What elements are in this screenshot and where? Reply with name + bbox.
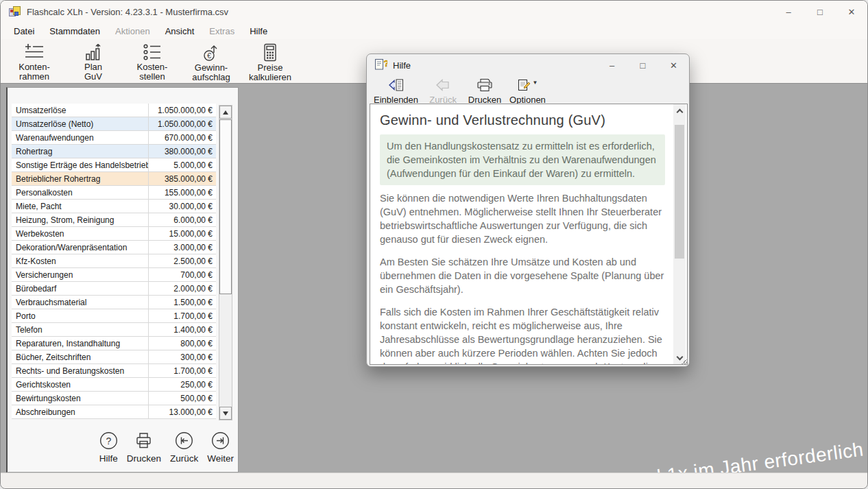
table-row[interactable]: Miete, Pacht 30.000,00 € — [12, 200, 216, 213]
resize-grip-icon[interactable] — [681, 358, 688, 365]
table-row[interactable]: Umsatzerlöse (Netto) 1.050.000,00 € — [12, 117, 216, 131]
account-value[interactable]: 30.000,00 € — [148, 200, 216, 213]
account-value[interactable]: 155.000,00 € — [148, 186, 216, 199]
account-value[interactable]: 670.000,00 € — [148, 131, 216, 144]
account-value[interactable]: 1.700,00 € — [148, 364, 216, 377]
table-row[interactable]: Telefon 1.400,00 € — [12, 323, 216, 337]
account-value[interactable]: 385.000,00 € — [148, 172, 216, 185]
menu-item[interactable]: Datei — [6, 24, 42, 38]
table-row[interactable]: Kfz-Kosten 2.500,00 € — [12, 254, 216, 268]
guv-panel: Umsatzerlöse 1.050.000,00 € Umsatzerlöse… — [6, 87, 239, 473]
drucken-button[interactable]: Drucken — [127, 431, 161, 464]
menu-item: Extras — [202, 24, 242, 38]
account-label: Rechts- und Beratungskosten — [12, 366, 148, 376]
preise-kalkulieren-button[interactable]: Preisekalkulieren — [241, 42, 300, 82]
table-row[interactable]: Verbrauchsmaterial 1.500,00 € — [12, 296, 216, 309]
account-value[interactable]: 800,00 € — [148, 337, 216, 350]
help-close-button[interactable]: ✕ — [658, 54, 689, 76]
table-row[interactable]: Betrieblicher Rohertrag 385.000,00 € — [12, 172, 216, 186]
kontenrahmen-button[interactable]: Konten-rahmen — [5, 42, 64, 82]
printer-icon — [477, 78, 493, 95]
menu-item[interactable]: Ansicht — [158, 24, 202, 38]
help-scrollbar[interactable] — [673, 104, 686, 364]
account-label: Sonstige Erträge des Handelsbetriebs — [12, 160, 148, 170]
account-value[interactable]: 15.000,00 € — [148, 227, 216, 240]
scrollbar-thumb[interactable] — [219, 119, 232, 294]
account-value[interactable]: 500,00 € — [148, 392, 216, 405]
window-controls: – □ ✕ — [773, 1, 867, 23]
account-value[interactable]: 5.000,00 € — [148, 158, 216, 171]
account-label: Werbekosten — [12, 229, 148, 239]
account-value[interactable]: 250,00 € — [148, 378, 216, 391]
table-row[interactable]: Sonstige Erträge des Handelsbetriebs 5.0… — [12, 158, 216, 172]
help-scrollbar-thumb[interactable] — [675, 125, 684, 259]
close-button[interactable]: ✕ — [836, 1, 867, 23]
scroll-up-button[interactable] — [219, 106, 232, 119]
account-value[interactable]: 1.050.000,00 € — [148, 104, 216, 117]
account-value[interactable]: 2.000,00 € — [148, 282, 216, 295]
scroll-down-button[interactable] — [219, 407, 232, 420]
optionen-button[interactable]: ▼ Optionen — [507, 77, 548, 106]
help-dialog: ? Hilfe – □ ✕ Einblenden — [366, 53, 690, 367]
einblenden-button[interactable]: Einblenden — [371, 77, 421, 106]
help-dialog-titlebar[interactable]: ? Hilfe – □ ✕ — [367, 54, 689, 76]
button-label: Drucken — [127, 453, 161, 464]
account-label: Kfz-Kosten — [12, 257, 148, 266]
dropdown-caret-icon: ▼ — [532, 80, 538, 86]
account-label: Verbrauchsmaterial — [12, 298, 148, 307]
help-minimize-button[interactable]: – — [596, 54, 627, 76]
table-row[interactable]: Reparaturen, Instandhaltung 800,00 € — [12, 337, 216, 350]
table-row[interactable]: Rohertrag 380.000,00 € — [12, 145, 216, 158]
minimize-button[interactable]: – — [773, 1, 804, 23]
account-label: Bewirtungskosten — [12, 394, 148, 403]
scroll-up-chevron[interactable] — [673, 104, 686, 117]
table-row[interactable]: Bewirtungskosten 500,00 € — [12, 392, 216, 405]
account-value[interactable]: 1.500,00 € — [148, 296, 216, 309]
chart-of-accounts-icon — [24, 43, 45, 61]
account-value[interactable]: 1.400,00 € — [148, 323, 216, 336]
table-row[interactable]: Abschreibungen 13.000,00 € — [12, 405, 216, 419]
help-dialog-title: Hilfe — [393, 60, 411, 71]
account-value[interactable]: 380.000,00 € — [148, 145, 216, 158]
gewinnaufschlag-button[interactable]: € Gewinn-aufschlag — [182, 42, 241, 82]
plan-guv-button[interactable]: PlanGuV — [64, 42, 123, 82]
table-row[interactable]: Dekoration/Warenpräsentation 3.000,00 € — [12, 241, 216, 254]
table-row[interactable]: Umsatzerlöse 1.050.000,00 € — [12, 104, 216, 117]
table-row[interactable]: Heizung, Strom, Reinigung 6.000,00 € — [12, 213, 216, 227]
calculator-icon — [262, 43, 278, 62]
table-row[interactable]: Bürobedarf 2.000,00 € — [12, 282, 216, 296]
table-row[interactable]: Versicherungen 700,00 € — [12, 268, 216, 282]
account-value[interactable]: 13.000,00 € — [148, 405, 216, 418]
help-paragraph: Am Besten Sie schätzen Ihre Umsätze und … — [380, 255, 665, 296]
account-value[interactable]: 3.000,00 € — [148, 241, 216, 254]
account-label: Bücher, Zeitschriften — [12, 353, 148, 362]
help-drucken-button[interactable]: Drucken — [465, 77, 505, 106]
account-value[interactable]: 6.000,00 € — [148, 213, 216, 226]
table-row[interactable]: Warenaufwendungen 670.000,00 € — [12, 131, 216, 145]
account-label: Versicherungen — [12, 270, 148, 280]
triangle-down-icon — [223, 412, 228, 416]
account-value[interactable]: 300,00 € — [148, 350, 216, 363]
account-value[interactable]: 1.050.000,00 € — [148, 117, 216, 130]
bar-chart-icon — [84, 43, 102, 61]
table-row[interactable]: Porto 1.700,00 € — [12, 309, 216, 323]
weiter-button[interactable]: Weiter — [207, 431, 234, 464]
help-maximize-button[interactable]: □ — [627, 54, 658, 76]
zurueck-button[interactable]: Zurück — [170, 431, 198, 464]
table-scrollbar[interactable] — [219, 105, 232, 420]
hilfe-button[interactable]: ? Hilfe — [99, 431, 118, 464]
maximize-button[interactable]: □ — [804, 1, 836, 23]
show-panel-icon — [388, 78, 405, 95]
table-row[interactable]: Gerichtskosten 250,00 € — [12, 378, 216, 392]
account-value[interactable]: 1.700,00 € — [148, 309, 216, 322]
table-row[interactable]: Personalkosten 155.000,00 € — [12, 186, 216, 200]
menu-item[interactable]: Hilfe — [242, 24, 275, 38]
kostenstellen-button[interactable]: Kosten-stellen — [123, 42, 182, 82]
table-row[interactable]: Rechts- und Beratungskosten 1.700,00 € — [12, 364, 216, 378]
account-value[interactable]: 2.500,00 € — [148, 254, 216, 267]
account-value[interactable]: 700,00 € — [148, 268, 216, 281]
table-row[interactable]: Bücher, Zeitschriften 300,00 € — [12, 350, 216, 364]
menubar: DateiStammdatenAktionenAnsichtExtrasHilf… — [1, 23, 867, 39]
table-row[interactable]: Werbekosten 15.000,00 € — [12, 227, 216, 241]
menu-item[interactable]: Stammdaten — [42, 24, 108, 38]
